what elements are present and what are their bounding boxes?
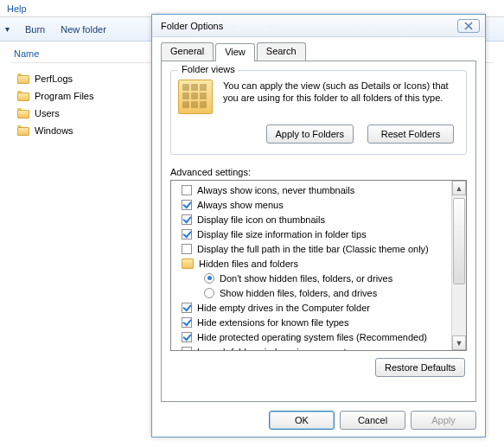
tab-view-panel: Folder views You can apply the view (suc… xyxy=(161,61,476,402)
setting-checkbox[interactable]: Display the full path in the title bar (… xyxy=(175,241,451,256)
toolbar-new-folder[interactable]: New folder xyxy=(61,24,106,35)
setting-checkbox[interactable]: Launch folder windows in a separate proc… xyxy=(175,344,451,350)
folder-views-icon xyxy=(178,80,214,116)
setting-checkbox[interactable]: Always show menus xyxy=(175,197,451,212)
item-label: Windows xyxy=(35,125,73,136)
advanced-settings-label: Advanced settings: xyxy=(170,167,467,177)
checkbox-icon[interactable] xyxy=(182,303,192,313)
setting-label: Hide protected operating system files (R… xyxy=(197,332,427,342)
checkbox-icon[interactable] xyxy=(182,185,192,195)
setting-group: Hidden files and folders xyxy=(175,256,451,271)
checkbox-icon[interactable] xyxy=(182,229,192,239)
folder-icon xyxy=(17,125,29,136)
setting-label: Hide extensions for known file types xyxy=(197,317,348,328)
restore-defaults-button[interactable]: Restore Defaults xyxy=(375,358,465,377)
setting-label: Display file size information in folder … xyxy=(197,229,367,239)
scroll-up-button[interactable]: ▲ xyxy=(452,181,466,195)
setting-label: Hidden files and folders xyxy=(199,259,298,269)
checkbox-icon[interactable] xyxy=(182,214,192,225)
checkbox-icon[interactable] xyxy=(182,347,192,351)
folder-views-legend: Folder views xyxy=(178,64,239,74)
tabs: General View Search xyxy=(161,42,476,61)
radio-icon[interactable] xyxy=(204,273,214,284)
apply-button[interactable]: Apply xyxy=(411,411,476,430)
folder-views-text: You can apply the view (such as Details … xyxy=(223,80,459,116)
tab-search[interactable]: Search xyxy=(257,42,306,61)
setting-label: Display the full path in the title bar (… xyxy=(197,244,429,254)
scroll-thumb[interactable] xyxy=(453,198,465,284)
setting-checkbox[interactable]: Display file icon on thumbnails xyxy=(175,212,451,227)
setting-checkbox[interactable]: Always show icons, never thumbnails xyxy=(175,182,451,197)
setting-checkbox[interactable]: Hide extensions for known file types xyxy=(175,315,451,329)
reset-folders-button[interactable]: Reset Folders xyxy=(367,125,454,144)
close-icon xyxy=(464,22,473,30)
scrollbar[interactable]: ▲ ▼ xyxy=(451,181,466,350)
tab-general[interactable]: General xyxy=(161,42,214,61)
setting-label: Display file icon on thumbnails xyxy=(197,214,325,225)
dropdown-icon[interactable]: ▾ xyxy=(5,24,10,34)
item-label: PerfLogs xyxy=(35,73,73,84)
scroll-down-button[interactable]: ▼ xyxy=(452,335,466,350)
apply-to-folders-button[interactable]: Apply to Folders xyxy=(266,125,354,144)
column-name[interactable]: Name xyxy=(10,48,42,59)
menu-help[interactable]: Help xyxy=(7,3,27,14)
setting-checkbox[interactable]: Hide protected operating system files (R… xyxy=(175,329,451,344)
setting-label: Hide empty drives in the Computer folder xyxy=(197,303,370,313)
radio-icon[interactable] xyxy=(204,288,214,298)
folder-icon xyxy=(17,73,29,84)
item-label: Program Files xyxy=(35,91,93,101)
advanced-settings-list[interactable]: Always show icons, never thumbnailsAlway… xyxy=(171,181,451,350)
setting-label: Always show icons, never thumbnails xyxy=(197,185,354,195)
checkbox-icon[interactable] xyxy=(182,332,192,342)
setting-radio[interactable]: Show hidden files, folders, and drives xyxy=(175,285,451,300)
cancel-button[interactable]: Cancel xyxy=(340,411,405,430)
setting-label: Always show menus xyxy=(197,200,284,210)
setting-checkbox[interactable]: Display file size information in folder … xyxy=(175,227,451,241)
folder-icon xyxy=(182,259,194,269)
advanced-settings-box: Always show icons, never thumbnailsAlway… xyxy=(170,180,467,351)
setting-label: Don't show hidden files, folders, or dri… xyxy=(220,273,392,284)
toolbar-burn[interactable]: Burn xyxy=(25,24,45,35)
setting-label: Launch folder windows in a separate proc… xyxy=(197,347,387,351)
folder-icon xyxy=(17,91,29,101)
checkbox-icon[interactable] xyxy=(182,244,192,254)
tab-view[interactable]: View xyxy=(215,43,255,61)
checkbox-icon[interactable] xyxy=(182,317,192,328)
dialog-title: Folder Options xyxy=(161,21,223,31)
dialog-buttons: OK Cancel Apply xyxy=(161,402,476,430)
close-button[interactable] xyxy=(457,19,480,33)
item-label: Users xyxy=(35,108,60,118)
folder-views-group: Folder views You can apply the view (suc… xyxy=(170,70,467,155)
folder-icon xyxy=(17,108,29,118)
checkbox-icon[interactable] xyxy=(182,200,192,210)
setting-label: Show hidden files, folders, and drives xyxy=(220,288,377,298)
folder-options-dialog: Folder Options General View Search Folde… xyxy=(151,14,486,437)
setting-radio[interactable]: Don't show hidden files, folders, or dri… xyxy=(175,271,451,285)
ok-button[interactable]: OK xyxy=(269,411,335,430)
setting-checkbox[interactable]: Hide empty drives in the Computer folder xyxy=(175,300,451,315)
dialog-titlebar[interactable]: Folder Options xyxy=(152,15,485,37)
